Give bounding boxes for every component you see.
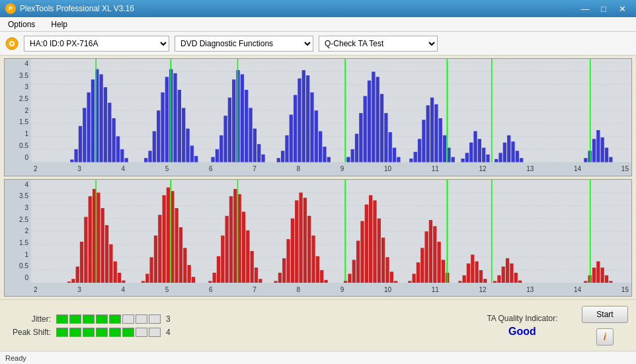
bar-cell-6: [136, 314, 147, 324]
svg-rect-63: [310, 92, 313, 163]
bottom-chart-inner: [31, 180, 631, 283]
svg-rect-164: [246, 230, 249, 283]
jitter-value: 3: [166, 314, 179, 324]
main-content: 4 3.5 3 2.5 2 1.5 1 0.5 0: [0, 55, 636, 351]
window-title: PlexTools Professional XL V3.16: [20, 4, 134, 13]
bar-cell-3: [96, 314, 108, 324]
title-bar-left: P PlexTools Professional XL V3.16: [5, 3, 134, 14]
svg-rect-95: [465, 153, 469, 162]
bottom-panel: Jitter: 3 Peak Shift: 4 TA Quality Indic…: [0, 299, 636, 351]
status-bar: Ready: [0, 351, 636, 364]
svg-rect-156: [213, 272, 216, 283]
svg-rect-31: [161, 92, 164, 163]
svg-rect-219: [510, 263, 513, 283]
start-button[interactable]: Start: [582, 306, 628, 323]
svg-rect-86: [426, 105, 430, 162]
info-button[interactable]: i: [596, 328, 614, 346]
svg-rect-175: [299, 192, 302, 283]
svg-rect-107: [516, 151, 519, 162]
drive-icon: [5, 37, 19, 50]
maximize-button[interactable]: □: [595, 3, 612, 15]
bar-cell-4: [109, 314, 121, 324]
bar-cell-7: [149, 328, 161, 337]
bottom-chart-x-axis: 2 3 4 5 6 7 8 9 10 11 12 13 14 15: [31, 283, 631, 296]
close-button[interactable]: ✕: [614, 3, 631, 15]
svg-rect-208: [462, 275, 465, 283]
svg-rect-88: [434, 104, 438, 163]
svg-rect-104: [503, 143, 506, 163]
svg-rect-50: [249, 108, 252, 162]
svg-rect-129: [80, 241, 83, 283]
top-chart-inner: [31, 59, 631, 163]
svg-rect-128: [76, 266, 79, 283]
svg-rect-152: [188, 265, 191, 283]
minimize-button[interactable]: —: [576, 3, 594, 15]
svg-rect-62: [306, 75, 309, 162]
metrics-section: Jitter: 3 Peak Shift: 4: [8, 314, 463, 337]
svg-rect-97: [473, 131, 477, 163]
svg-rect-131: [89, 196, 92, 283]
svg-rect-161: [233, 189, 237, 283]
svg-rect-80: [393, 148, 396, 163]
bar-cell-4: [109, 328, 121, 337]
top-chart: 4 3.5 3 2.5 2 1.5 1 0.5 0: [4, 58, 632, 176]
svg-rect-114: [605, 148, 608, 163]
drive-select[interactable]: HA:0 ID:0 PX-716A: [24, 36, 169, 52]
svg-rect-67: [327, 157, 331, 163]
bar-cell-7: [149, 314, 161, 324]
svg-rect-79: [389, 132, 392, 162]
svg-rect-59: [294, 95, 297, 163]
function-select[interactable]: DVD Diagnostic Functions: [175, 36, 313, 52]
right-section: Start i: [582, 306, 628, 346]
svg-rect-112: [596, 130, 600, 163]
svg-rect-38: [190, 145, 194, 162]
svg-rect-20: [104, 87, 107, 162]
svg-rect-92: [452, 157, 455, 163]
svg-rect-46: [232, 79, 235, 162]
svg-rect-178: [311, 235, 315, 283]
top-chart-x-axis: 2 3 4 5 6 7 8 9 10 11 12 13 14 15: [31, 163, 631, 176]
svg-rect-28: [148, 151, 151, 162]
svg-rect-177: [307, 215, 311, 283]
menu-options[interactable]: Options: [5, 18, 38, 30]
svg-rect-41: [211, 157, 214, 163]
svg-rect-192: [381, 237, 385, 283]
svg-rect-98: [478, 139, 481, 162]
bar-cell-0: [56, 328, 68, 337]
toolbar: HA:0 ID:0 PX-716A DVD Diagnostic Functio…: [0, 32, 636, 55]
svg-rect-85: [422, 120, 425, 162]
top-chart-y-axis: 4 3.5 3 2.5 2 1.5 1 0.5 0: [5, 59, 31, 163]
svg-rect-61: [302, 70, 305, 162]
svg-rect-17: [91, 79, 95, 162]
test-select[interactable]: Q-Check TA Test: [319, 36, 438, 52]
peakshift-label: Peak Shift:: [8, 328, 51, 337]
svg-rect-65: [319, 131, 322, 163]
svg-rect-60: [298, 79, 301, 163]
svg-rect-160: [229, 196, 233, 283]
svg-rect-83: [414, 152, 417, 163]
svg-rect-29: [153, 131, 156, 163]
svg-rect-187: [360, 221, 364, 283]
svg-rect-30: [157, 110, 160, 162]
bottom-chart: 4 3.5 3 2.5 2 1.5 1 0.5 0: [4, 179, 632, 297]
ta-quality-label: TA Quality Indicator:: [487, 314, 557, 323]
svg-rect-200: [424, 231, 428, 283]
svg-rect-69: [346, 157, 350, 163]
svg-rect-199: [420, 248, 424, 283]
svg-rect-170: [278, 272, 282, 283]
svg-rect-21: [108, 103, 111, 163]
bar-cell-5: [122, 328, 134, 337]
svg-rect-226: [601, 268, 604, 283]
svg-rect-137: [114, 261, 117, 283]
menu-help[interactable]: Help: [48, 18, 70, 30]
peakshift-bar: [56, 328, 161, 337]
svg-rect-203: [437, 241, 440, 283]
window-controls: — □ ✕: [576, 3, 631, 15]
svg-rect-185: [352, 260, 356, 283]
jitter-bar: [56, 314, 161, 324]
svg-rect-19: [99, 74, 102, 162]
svg-rect-172: [286, 238, 290, 283]
bar-cell-1: [69, 314, 81, 324]
svg-rect-87: [430, 98, 434, 163]
svg-rect-211: [475, 261, 478, 283]
